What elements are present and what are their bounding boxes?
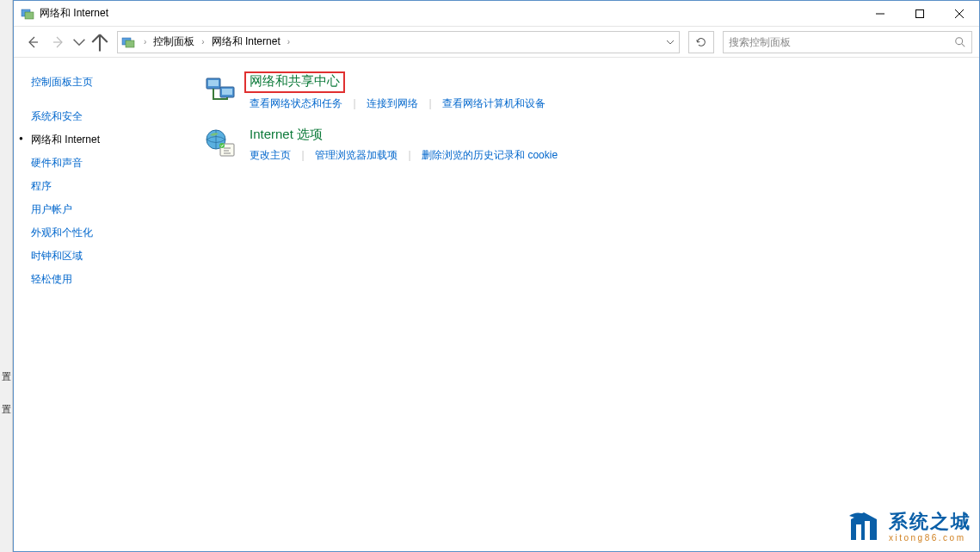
search-input[interactable]	[729, 36, 954, 48]
breadcrumb-item-control-panel[interactable]: 控制面板	[151, 33, 196, 51]
window-title: 网络和 Internet	[40, 6, 860, 21]
up-button[interactable]	[88, 30, 112, 54]
link-delete-history[interactable]: 删除浏览的历史记录和 cookie	[422, 149, 558, 161]
breadcrumb-item-network[interactable]: 网络和 Internet	[210, 33, 282, 51]
link-connect-network[interactable]: 连接到网络	[367, 97, 418, 109]
recent-dropdown[interactable]	[72, 30, 86, 54]
sidebar-item-network-internet[interactable]: 网络和 Internet	[31, 128, 177, 152]
svg-point-10	[956, 37, 963, 44]
panel-icon	[121, 35, 135, 49]
titlebar: 网络和 Internet	[14, 1, 979, 27]
left-edge-artifact: 置 置	[0, 0, 13, 552]
sidebar-item-clock-region[interactable]: 时钟和区域	[31, 245, 177, 268]
chevron-right-icon[interactable]: ›	[139, 37, 151, 47]
sidebar: 控制面板主页 系统和安全 网络和 Internet 硬件和声音 程序 用户帐户 …	[14, 58, 186, 551]
category-title-internet-options[interactable]: Internet 选项	[250, 127, 323, 143]
window: 网络和 Internet	[13, 0, 980, 552]
sidebar-item-user-accounts[interactable]: 用户帐户	[31, 198, 177, 221]
link-change-homepage[interactable]: 更改主页	[250, 149, 291, 161]
navbar: › 控制面板 › 网络和 Internet ›	[14, 27, 979, 58]
link-manage-addons[interactable]: 管理浏览器加载项	[315, 149, 398, 161]
sidebar-item-appearance[interactable]: 外观和个性化	[31, 221, 177, 245]
forward-button[interactable]	[46, 30, 71, 54]
category-title-network-sharing[interactable]: 网络和共享中心	[250, 73, 340, 90]
refresh-button[interactable]	[688, 31, 714, 53]
minimize-button[interactable]	[860, 1, 900, 26]
link-view-network-status[interactable]: 查看网络状态和任务	[250, 97, 342, 109]
svg-rect-1	[25, 12, 34, 19]
breadcrumb[interactable]: › 控制面板 › 网络和 Internet ›	[117, 31, 680, 53]
svg-rect-3	[916, 9, 924, 17]
search-icon[interactable]	[954, 36, 966, 48]
sidebar-item-ease-of-access[interactable]: 轻松使用	[31, 268, 177, 291]
close-button[interactable]	[940, 1, 979, 26]
sidebar-item-programs[interactable]: 程序	[31, 175, 177, 198]
network-sharing-icon	[203, 73, 237, 108]
svg-rect-9	[126, 40, 134, 47]
svg-rect-15	[222, 89, 232, 95]
svg-point-18	[219, 143, 225, 148]
category-internet-options: Internet 选项 更改主页 | 管理浏览器加载项 | 删除浏览的历史记录和…	[203, 127, 962, 163]
link-view-computers-devices[interactable]: 查看网络计算机和设备	[442, 97, 545, 109]
highlight-box: 网络和共享中心	[244, 71, 345, 93]
svg-rect-13	[208, 80, 219, 86]
search-box[interactable]	[723, 31, 972, 53]
network-icon	[21, 7, 34, 21]
chevron-right-icon[interactable]: ›	[282, 37, 295, 47]
breadcrumb-dropdown[interactable]	[662, 32, 679, 53]
category-network-sharing: 网络和共享中心 查看网络状态和任务 | 连接到网络 | 查看网络计算机和设备	[203, 73, 962, 111]
sidebar-home-link[interactable]: 控制面板主页	[31, 75, 177, 90]
window-controls	[860, 1, 979, 26]
chevron-right-icon[interactable]: ›	[196, 37, 209, 47]
internet-options-icon	[203, 127, 237, 161]
sidebar-item-system-security[interactable]: 系统和安全	[31, 105, 177, 128]
content-area: 控制面板主页 系统和安全 网络和 Internet 硬件和声音 程序 用户帐户 …	[14, 58, 979, 551]
svg-line-11	[962, 43, 965, 47]
back-button[interactable]	[21, 30, 45, 54]
maximize-button[interactable]	[900, 1, 940, 26]
main-panel: 网络和共享中心 查看网络状态和任务 | 连接到网络 | 查看网络计算机和设备	[186, 58, 979, 551]
sidebar-item-hardware-sound[interactable]: 硬件和声音	[31, 152, 177, 175]
